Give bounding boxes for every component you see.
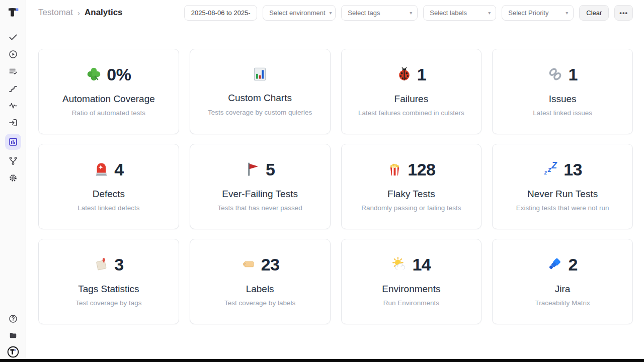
label-tag-icon xyxy=(240,256,256,272)
card-title: Labels xyxy=(246,284,274,295)
sidebar-item-import[interactable] xyxy=(5,117,21,129)
bookmark-icon xyxy=(94,256,109,272)
card-flaky-tests[interactable]: 128 Flaky Tests Randomly passing or fail… xyxy=(341,144,482,229)
sidebar-item-tests[interactable] xyxy=(5,31,21,43)
clear-button[interactable]: Clear xyxy=(579,5,609,21)
card-title: Never Run Tests xyxy=(527,189,598,200)
card-jira[interactable]: 2 Jira Traceability Matrix xyxy=(492,239,633,324)
environment-select[interactable]: Select environment ▾ xyxy=(263,5,336,21)
card-title: Issues xyxy=(549,94,577,105)
card-value: 0% xyxy=(107,66,131,83)
card-subtitle: Traceability Matrix xyxy=(535,299,590,307)
card-title: Failures xyxy=(394,94,429,105)
ladybug-icon xyxy=(396,66,412,82)
card-value: 1 xyxy=(417,66,426,83)
card-value: 5 xyxy=(266,161,275,178)
card-value: 1 xyxy=(568,66,577,83)
chevron-down-icon: ▾ xyxy=(488,10,491,16)
chevron-down-icon: ▾ xyxy=(566,10,568,16)
card-tags-statistics[interactable]: 3 Tags Statistics Test coverage by tags xyxy=(38,239,179,324)
ellipsis-icon: ••• xyxy=(619,9,628,17)
bottom-bar xyxy=(0,359,644,362)
card-title: Custom Charts xyxy=(228,93,292,104)
breadcrumb: Testomat › Analytics xyxy=(38,8,123,18)
card-environments[interactable]: 14 Environments Run Environments xyxy=(341,239,482,324)
card-failures[interactable]: 1 Failures Latest failures combined in c… xyxy=(341,49,482,134)
link-icon xyxy=(547,66,563,82)
chevron-down-icon: ▾ xyxy=(330,10,332,16)
sidebar-item-plans[interactable] xyxy=(5,65,21,77)
breadcrumb-separator-icon: › xyxy=(77,9,80,17)
card-subtitle: Test coverage by tags xyxy=(75,299,141,307)
sidebar xyxy=(0,0,26,362)
card-value: 2 xyxy=(568,256,577,273)
card-subtitle: Run Environments xyxy=(383,299,439,307)
sidebar-item-steps[interactable] xyxy=(5,82,21,95)
topbar: Testomat › Analytics 2025-08-06 to 2025-… xyxy=(26,0,644,25)
analytics-icon xyxy=(8,137,18,147)
card-title: Jira xyxy=(555,284,571,295)
card-value: 3 xyxy=(114,256,123,273)
sidebar-item-account[interactable] xyxy=(5,346,21,358)
sidebar-item-runs[interactable] xyxy=(5,48,21,60)
testomat-logo-circle-icon xyxy=(7,346,19,358)
help-icon xyxy=(8,314,18,324)
card-subtitle: Test coverage by labels xyxy=(224,299,295,307)
sidebar-item-analytics[interactable] xyxy=(5,134,21,150)
card-title: Defects xyxy=(93,189,125,200)
play-circle-icon xyxy=(8,49,18,59)
card-never-run-tests[interactable]: 13 Never Run Tests Existing tests that w… xyxy=(492,144,633,229)
card-title: Tags Statistics xyxy=(78,284,139,295)
folder-icon xyxy=(8,330,18,340)
gear-icon xyxy=(8,173,18,183)
card-automation-coverage[interactable]: 0% Automation Coverage Ratio of automate… xyxy=(38,49,179,134)
page-title: Analytics xyxy=(85,8,123,18)
card-value: 13 xyxy=(564,161,582,178)
card-value: 128 xyxy=(408,161,435,178)
card-value: 14 xyxy=(412,256,431,273)
sidebar-item-pulse[interactable] xyxy=(5,100,21,112)
priority-placeholder: Select Priority xyxy=(508,9,548,17)
testomat-logo-icon[interactable] xyxy=(7,7,19,19)
card-subtitle: Randomly passing or failing tests xyxy=(361,204,461,212)
siren-icon xyxy=(94,161,109,177)
card-title: Automation Coverage xyxy=(62,94,155,105)
labels-select[interactable]: Select labels ▾ xyxy=(423,5,496,21)
more-options-button[interactable]: ••• xyxy=(614,5,633,21)
popcorn-icon xyxy=(387,161,403,177)
card-subtitle: Existing tests that were not run xyxy=(516,204,609,212)
card-ever-failing-tests[interactable]: 5 Ever-Failing Tests Tests that has neve… xyxy=(190,144,331,229)
card-labels[interactable]: 23 Labels Test coverage by labels xyxy=(190,239,331,324)
card-issues[interactable]: 1 Issues Latest linked issues xyxy=(492,49,633,134)
card-value: 4 xyxy=(114,161,123,178)
steps-icon xyxy=(8,83,18,94)
card-value: 23 xyxy=(261,256,280,273)
sidebar-item-branches[interactable] xyxy=(5,155,21,167)
branch-icon xyxy=(8,156,18,166)
breadcrumb-project[interactable]: Testomat xyxy=(38,8,73,18)
bar-chart-icon xyxy=(252,66,268,82)
card-subtitle: Tests coverage by custom quieries xyxy=(208,109,312,117)
clover-icon xyxy=(86,66,102,82)
import-icon xyxy=(8,118,18,128)
tags-placeholder: Select tags xyxy=(348,9,380,17)
filter-controls: 2025-08-06 to 2025- Select environment ▾… xyxy=(184,5,633,21)
sun-cloud-icon xyxy=(391,256,407,272)
sidebar-item-settings[interactable] xyxy=(5,172,21,184)
card-subtitle: Latest linked issues xyxy=(533,109,592,117)
check-icon xyxy=(8,32,18,42)
tags-select[interactable]: Select tags ▾ xyxy=(341,5,418,21)
analytics-card-grid: 0% Automation Coverage Ratio of automate… xyxy=(26,49,644,324)
sidebar-item-help[interactable] xyxy=(5,313,21,325)
card-subtitle: Tests that has never passed xyxy=(218,204,302,212)
priority-select[interactable]: Select Priority ▾ xyxy=(502,5,574,21)
card-subtitle: Latest linked defects xyxy=(77,204,139,212)
sidebar-item-projects[interactable] xyxy=(5,329,21,341)
card-defects[interactable]: 4 Defects Latest linked defects xyxy=(38,144,179,229)
card-custom-charts[interactable]: Custom Charts Tests coverage by custom q… xyxy=(190,49,331,134)
zzz-icon xyxy=(543,161,558,177)
card-title: Environments xyxy=(382,284,440,295)
pulse-icon xyxy=(8,101,18,111)
chevron-down-icon: ▾ xyxy=(410,10,412,16)
date-range-button[interactable]: 2025-08-06 to 2025- xyxy=(184,5,257,21)
